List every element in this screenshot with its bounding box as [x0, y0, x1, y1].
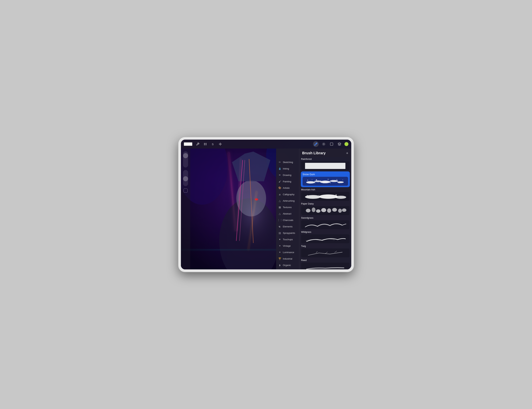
smudge-tool-button[interactable] [321, 141, 327, 147]
category-item-touchups[interactable]: ♥ Touchups [276, 236, 299, 243]
category-item-elements[interactable]: ☯ Elements [276, 223, 299, 230]
brush-preview-wildgrass [301, 234, 350, 243]
category-item-vintage[interactable]: ✦ Vintage [276, 243, 299, 249]
svg-point-30 [332, 180, 333, 180]
svg-point-20 [306, 181, 315, 184]
calligraphy-icon: a [278, 193, 282, 196]
painting-icon: 🖌 [278, 180, 282, 183]
svg-point-22 [320, 181, 330, 183]
textures-icon: ▦ [278, 206, 282, 209]
category-item-textures[interactable]: ▦ Textures [276, 204, 299, 210]
category-item-artistic[interactable]: 🎨 Artistic [276, 185, 299, 191]
screen: Gallery S [181, 140, 351, 269]
category-item-calligraphy[interactable]: a Calligraphy [276, 191, 299, 198]
opacity-thumb[interactable] [183, 153, 188, 158]
vintage-icon: ✦ [278, 244, 282, 247]
brush-name-reed: Reed [301, 259, 350, 262]
sketching-icon: ✏ [278, 161, 282, 164]
size-thumb[interactable] [183, 176, 188, 181]
svg-point-50 [338, 209, 342, 213]
category-item-industrial[interactable]: 🏆 Industrial [276, 255, 299, 262]
svg-point-40 [335, 196, 346, 199]
brush-item-paper-daisy[interactable]: Paper Daisy [299, 202, 351, 216]
eraser-tool-button[interactable] [329, 141, 334, 147]
charcoals-icon: ⋮⋮ [278, 218, 282, 222]
svg-point-48 [327, 209, 331, 213]
svg-point-43 [335, 194, 337, 196]
svg-point-41 [307, 195, 308, 196]
gallery-button[interactable]: Gallery [184, 142, 192, 146]
svg-point-31 [336, 179, 337, 180]
brush-item-mountain-ash[interactable]: Mountain Ash [299, 188, 351, 202]
layer-preview[interactable] [184, 189, 188, 192]
svg-point-42 [319, 195, 319, 196]
luminance-icon: ✦ [278, 251, 282, 254]
spraypaints-icon: ▤ [278, 231, 282, 235]
svg-point-23 [330, 180, 338, 182]
svg-point-32 [342, 180, 343, 180]
brush-item-wildgrass[interactable]: Wildgrass [299, 230, 351, 244]
category-item-spraypaints[interactable]: ▤ Spraypaints [276, 230, 299, 236]
svg-point-39 [319, 194, 338, 199]
svg-point-36 [330, 182, 331, 183]
category-item-drawing[interactable]: ✒ Drawing [276, 172, 299, 178]
category-item-luminance[interactable]: ✦ Luminance [276, 249, 299, 255]
selection-icon[interactable]: S [210, 142, 215, 146]
brush-preview-rainforest [301, 161, 350, 170]
opacity-slider[interactable] [183, 151, 188, 167]
svg-point-9 [211, 166, 287, 269]
magic-wand-icon[interactable] [203, 142, 208, 146]
brush-name-paper-daisy: Paper Daisy [301, 202, 350, 205]
svg-rect-19 [305, 163, 346, 169]
transform-icon[interactable] [218, 142, 223, 146]
organic-icon: ◗ [278, 264, 282, 267]
brush-item-snow-gum[interactable]: Snow Gum [301, 172, 350, 187]
svg-point-29 [328, 179, 329, 180]
panel-title: Brush Library [302, 151, 326, 155]
svg-point-34 [314, 182, 315, 183]
svg-point-24 [337, 181, 344, 183]
svg-point-25 [307, 180, 308, 181]
category-item-abstract[interactable]: △ Abstract [276, 210, 299, 217]
add-brush-button[interactable]: + [346, 151, 348, 155]
color-swatch[interactable] [344, 142, 348, 146]
right-tools [313, 141, 348, 147]
artistic-icon: 🎨 [278, 186, 282, 190]
abstract-icon: △ [278, 212, 282, 215]
brush-name-rainforest: Rainforest [301, 158, 350, 160]
brush-tool-button[interactable] [313, 141, 319, 147]
svg-point-44 [306, 209, 311, 213]
category-item-sketching[interactable]: ✏ Sketching [276, 159, 299, 165]
brush-preview-swordgrass [301, 220, 350, 229]
brush-name-swordgrass: Swordgrass [301, 217, 350, 219]
brush-item-rainforest[interactable]: Rainforest [299, 157, 351, 171]
svg-point-51 [342, 209, 346, 212]
airbrushing-icon: △ [278, 199, 282, 202]
brush-name-mountain-ash: Mountain Ash [301, 188, 350, 191]
brush-preview-mountain-ash [301, 192, 350, 201]
size-slider[interactable] [183, 170, 188, 186]
wrench-icon[interactable] [195, 142, 200, 146]
category-item-charcoals[interactable]: ⋮⋮ Charcoals [276, 217, 299, 223]
layers-button[interactable] [337, 141, 342, 147]
category-item-inking[interactable]: 💧 Inking [276, 165, 299, 172]
industrial-icon: 🏆 [278, 257, 282, 260]
category-item-airbrushing[interactable]: △ Airbrushing [276, 198, 299, 204]
brush-item-twig[interactable]: Twig [299, 244, 351, 258]
brush-categories: ✏ Sketching 💧 Inking ✒ Drawing 🖌 Paintin… [276, 149, 299, 269]
brush-library-panel: ✏ Sketching 💧 Inking ✒ Drawing 🖌 Paintin… [276, 149, 351, 269]
brush-item-reed[interactable]: Reed [299, 258, 351, 269]
svg-point-26 [312, 179, 312, 180]
brush-preview-snow-gum [303, 177, 348, 186]
category-item-organic[interactable]: ◗ Organic [276, 262, 299, 268]
left-tools: S [195, 142, 223, 146]
elements-icon: ☯ [278, 225, 282, 228]
category-item-water[interactable]: 〜 Water [276, 268, 299, 269]
brush-name-snow-gum: Snow Gum [303, 173, 348, 176]
svg-point-33 [310, 183, 310, 184]
svg-point-15 [323, 144, 324, 145]
brush-item-swordgrass[interactable]: Swordgrass [299, 216, 351, 230]
category-item-painting[interactable]: 🖌 Painting [276, 178, 299, 185]
panel-header: Brush Library + [299, 149, 351, 157]
svg-point-49 [332, 208, 337, 212]
